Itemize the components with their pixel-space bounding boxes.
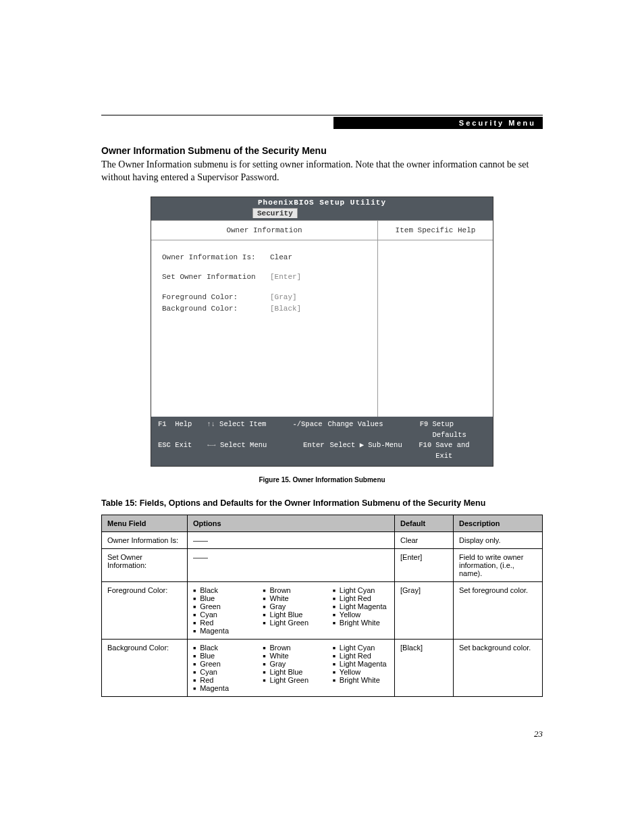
option-item: Magenta (193, 627, 249, 635)
bios-value: [Enter] (270, 272, 301, 282)
key-label: Help (175, 420, 192, 428)
table-row: Set Owner Information:——[Enter]Field to … (102, 548, 543, 581)
key-f1: F1 (158, 420, 167, 428)
option-item: Green (193, 602, 249, 610)
bios-tab-security: Security (252, 208, 298, 218)
option-item: Light Red (333, 594, 389, 602)
bios-value: Clear (270, 253, 292, 263)
bios-left-panel: Owner Information Owner Information Is: … (151, 221, 378, 417)
cell-options: —— (188, 531, 395, 548)
figure-caption: Figure 15. Owner Information Submenu (101, 476, 543, 484)
bios-row-owner-info: Owner Information Is: Clear (162, 253, 367, 263)
th-default: Default (395, 515, 454, 531)
th-description: Description (454, 515, 543, 531)
page: Security Menu Owner Information Submenu … (0, 0, 644, 834)
cell-description: Set foreground color. (454, 581, 543, 639)
option-item: Red (193, 619, 249, 627)
table-row: Foreground Color:BlackBlueGreenCyanRedMa… (102, 581, 543, 639)
cell-description: Display only. (454, 531, 543, 548)
key-label: Select ▶ Sub-Menu (330, 441, 402, 449)
cell-description: Set background color. (454, 639, 543, 696)
table-head-row: Menu Field Options Default Description (102, 515, 543, 531)
option-item: Blue (193, 594, 249, 602)
th-options: Options (188, 515, 395, 531)
option-item: Light Cyan (333, 586, 389, 594)
key-f9: F9 (420, 420, 429, 428)
bios-row-set-owner: Set Owner Information [Enter] (162, 272, 367, 282)
bios-title: PhoenixBIOS Setup Utility (151, 197, 493, 208)
option-item: Gray (263, 602, 319, 610)
key-label: Setup Defaults (432, 420, 466, 439)
option-item: White (263, 652, 319, 660)
bios-fields: Owner Information Is: Clear Set Owner In… (151, 240, 377, 328)
option-item: Blue (193, 652, 249, 660)
bios-footer: F1 Help ↑↓ Select Item -/Space Change Va… (151, 417, 493, 466)
option-item: Light Blue (263, 610, 319, 619)
option-item: Bright White (333, 619, 389, 627)
key-label: Change Values (328, 420, 383, 428)
table-row: Background Color:BlackBlueGreenCyanRedMa… (102, 639, 543, 696)
option-item: Black (193, 644, 249, 652)
cell-menu-field: Foreground Color: (102, 581, 188, 639)
key-label: Exit (175, 441, 192, 449)
header-rule (101, 115, 543, 115)
cell-options: BlackBlueGreenCyanRedMagentaBrownWhiteGr… (188, 581, 395, 639)
section-intro: The Owner Information submenu is for set… (101, 159, 543, 184)
option-item: Bright White (333, 676, 389, 684)
option-item: Light Cyan (333, 644, 389, 652)
bios-footer-row-2: ESC Exit ←→ Select Menu Enter Select ▶ S… (158, 440, 486, 462)
th-menu-field: Menu Field (102, 515, 188, 531)
key-label: Select Item (219, 420, 266, 428)
option-item: Light Magenta (333, 602, 389, 610)
cell-default: [Enter] (395, 548, 454, 581)
bios-label: Set Owner Information (162, 272, 270, 282)
key-esc: ESC (158, 441, 171, 449)
page-number: 23 (534, 729, 543, 739)
bios-footer-row-1: F1 Help ↑↓ Select Item -/Space Change Va… (158, 419, 486, 441)
table-row: Owner Information Is:——ClearDisplay only… (102, 531, 543, 548)
option-item: Brown (263, 644, 319, 652)
cell-menu-field: Set Owner Information: (102, 548, 188, 581)
option-item: Cyan (193, 610, 249, 619)
key-label: Select Menu (220, 441, 267, 449)
bios-value: [Gray] (270, 292, 297, 303)
bios-right-title: Item Specific Help (378, 221, 493, 240)
option-item: Cyan (193, 668, 249, 676)
bios-label: Owner Information Is: (162, 253, 270, 263)
option-item: Gray (263, 660, 319, 668)
option-item: Light Magenta (333, 660, 389, 668)
table-title: Table 15: Fields, Options and Defaults f… (101, 498, 543, 508)
bios-row-bg-color: Background Color: [Black] (162, 304, 367, 314)
bios-label: Foreground Color: (162, 292, 270, 303)
header-bar: Security Menu (333, 117, 543, 129)
bios-row-fg-color: Foreground Color: [Gray] (162, 292, 367, 303)
key-space: -/Space (292, 420, 322, 428)
bios-tab-bar: Security (151, 208, 493, 220)
fields-table: Menu Field Options Default Description O… (101, 515, 543, 697)
cell-default: [Gray] (395, 581, 454, 639)
option-item: Light Green (263, 619, 319, 627)
option-item: Yellow (333, 668, 389, 676)
option-item: Green (193, 660, 249, 668)
bios-body: Owner Information Owner Information Is: … (151, 220, 493, 417)
section-heading: Owner Information Submenu of the Securit… (101, 145, 543, 156)
key-updown: ↑↓ (207, 420, 215, 428)
option-item: Black (193, 586, 249, 594)
option-item: Light Red (333, 652, 389, 660)
bios-left-title: Owner Information (151, 221, 377, 240)
bios-label: Background Color: (162, 304, 270, 314)
cell-options: BlackBlueGreenCyanRedMagentaBrownWhiteGr… (188, 639, 395, 696)
bios-right-panel: Item Specific Help (378, 221, 493, 417)
key-label: Save and Exit (435, 441, 469, 460)
cell-default: Clear (395, 531, 454, 548)
cell-menu-field: Owner Information Is: (102, 531, 188, 548)
key-leftright: ←→ (207, 441, 216, 449)
cell-menu-field: Background Color: (102, 639, 188, 696)
cell-options: —— (188, 548, 395, 581)
option-item: Brown (263, 586, 319, 594)
option-item: Red (193, 676, 249, 684)
cell-default: [Black] (395, 639, 454, 696)
key-enter: Enter (303, 441, 325, 449)
option-item: White (263, 594, 319, 602)
option-item: Light Blue (263, 668, 319, 676)
